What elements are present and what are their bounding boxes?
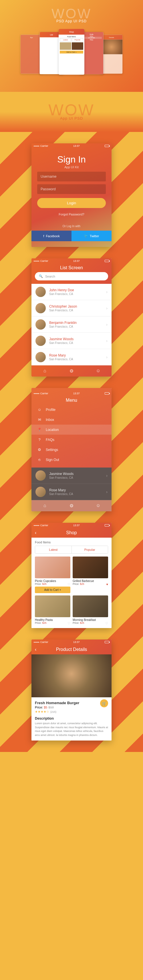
food-items-label: Food Items xyxy=(35,541,108,544)
mini-product: Details xyxy=(101,35,123,74)
pin-icon: 📍 xyxy=(37,428,42,432)
menu-title: Menu xyxy=(32,396,111,404)
product-image xyxy=(73,557,108,578)
help-icon: ? xyxy=(37,438,42,442)
avatar xyxy=(35,303,46,313)
gear-icon: ⚙ xyxy=(37,447,42,452)
avatar xyxy=(35,487,46,497)
list-item[interactable]: Rose MarySan Francisco, CA› xyxy=(32,349,111,365)
battery-icon xyxy=(105,145,109,147)
twitter-button[interactable]: 🐦Twitter xyxy=(72,231,111,241)
product-hero-image xyxy=(32,654,111,697)
cart-button[interactable]: 🛒 xyxy=(100,699,108,707)
forgot-password-link[interactable]: Forgot Password? xyxy=(32,213,111,216)
list-item[interactable]: Christopher JasonSan Francisco, CA› xyxy=(32,300,111,317)
product-card[interactable]: Grilled Barbecue Price: $25♥ xyxy=(73,557,108,593)
heart-icon[interactable]: ♡ xyxy=(105,622,108,625)
list-item[interactable]: John Henry DoeSan Francisco, CA› xyxy=(32,284,111,300)
battery-icon xyxy=(105,260,109,262)
profile-tab[interactable]: ☺ xyxy=(85,368,111,374)
product-name: Picnic Cupcakes xyxy=(35,579,70,582)
settings-tab[interactable]: ⚙ xyxy=(58,368,85,374)
chevron-right-icon: › xyxy=(106,322,108,327)
list-item-name: John Henry Doe xyxy=(49,288,106,292)
heart-icon[interactable]: ♡ xyxy=(67,582,70,586)
battery-icon xyxy=(105,641,109,643)
password-input[interactable]: Password xyxy=(37,184,106,194)
product-card[interactable]: Picnic Cupcakes Price: $25♡ Add to Cart … xyxy=(35,557,70,593)
twitter-icon: 🐦 xyxy=(84,234,88,238)
tab-bar: ⌂ ⚙ ☺ xyxy=(32,500,111,511)
product-name: Healthy Pasta xyxy=(35,618,70,622)
status-bar: Carrier 13:37 xyxy=(32,143,111,148)
home-tab[interactable]: ⌂ xyxy=(32,503,58,509)
product-price: Price: $5$10 xyxy=(35,706,108,709)
back-icon[interactable]: ‹ xyxy=(35,530,37,535)
signin-title: Sign In xyxy=(32,154,111,165)
list-item-location: San Francisco, CA xyxy=(49,358,106,361)
facebook-button[interactable]: fFacebook xyxy=(32,231,72,241)
rating-stars: ★★★★☆(215) xyxy=(35,710,108,714)
chevron-right-icon: › xyxy=(106,306,108,310)
battery-icon xyxy=(105,392,109,395)
tab-popular[interactable]: Popular xyxy=(72,546,108,554)
settings-tab[interactable]: ⚙ xyxy=(58,503,85,509)
menu-item-label: Location xyxy=(46,428,59,432)
facebook-icon: f xyxy=(43,234,44,238)
hero-banner-2: WOW App UI PSD xyxy=(0,92,143,132)
menu-item-faqs[interactable]: ?FAQs xyxy=(32,434,111,445)
menu-item-inbox[interactable]: ✉Inbox xyxy=(32,415,111,425)
list-item[interactable]: Benjamin FranklinSan Francisco, CA› xyxy=(32,317,111,333)
product-name: Fresh Homemade Burger xyxy=(35,701,108,705)
list-item-location: San Francisco, CA xyxy=(49,341,106,345)
chevron-right-icon: › xyxy=(106,490,108,494)
tab-latest[interactable]: Latest xyxy=(35,546,72,554)
menu-item-location[interactable]: 📍Location xyxy=(32,425,111,434)
product-name: Grilled Barbecue xyxy=(73,579,108,582)
product-card[interactable]: Morning Breakfast Price: $25♡ xyxy=(73,595,108,625)
product-name: Morning Breakfast xyxy=(73,618,108,622)
hero-screenshots: Sign List ShopFood ItemsLatestPopularAdd… xyxy=(0,29,143,80)
menu-item-label: Inbox xyxy=(46,418,54,422)
description-heading: Description xyxy=(35,716,108,721)
heart-icon[interactable]: ♥ xyxy=(106,582,108,586)
product-title: ‹Product Details xyxy=(32,645,111,654)
menu-item-sign-out[interactable]: ⎋Sign Out xyxy=(32,455,111,465)
menu-item-settings[interactable]: ⚙Settings xyxy=(32,445,111,455)
list-item-name: Rose Mary xyxy=(49,353,106,357)
status-bar: Carrier 13:37 xyxy=(32,640,111,645)
chevron-right-icon: › xyxy=(106,473,108,478)
profile-tab[interactable]: ☺ xyxy=(85,503,111,509)
tab-bar: ⌂ ⚙ ☺ xyxy=(32,365,111,377)
hero2-subtitle: App UI PSD xyxy=(0,116,143,121)
login-button[interactable]: Login xyxy=(37,198,106,208)
list-item-name: Christopher Jason xyxy=(49,304,106,309)
search-icon: 🔍 xyxy=(39,274,43,278)
product-card[interactable]: Healthy Pasta Price: $25♡ xyxy=(35,595,70,625)
status-bar: Carrier 13:37 xyxy=(32,258,111,264)
shop-tabs: Latest Popular xyxy=(35,546,108,554)
status-time: 13:37 xyxy=(73,145,80,147)
heart-icon[interactable]: ♡ xyxy=(67,622,70,625)
back-icon[interactable]: ‹ xyxy=(35,647,37,652)
avatar xyxy=(35,319,46,329)
username-input[interactable]: Username xyxy=(37,172,106,181)
exit-icon: ⎋ xyxy=(37,458,42,462)
add-to-cart-button[interactable]: Add to Cart + xyxy=(35,587,70,593)
home-tab[interactable]: ⌂ xyxy=(32,368,58,374)
or-login-label: Or Log In with xyxy=(32,224,111,228)
menu-screen: Carrier 13:37 Menu ☺Profile✉Inbox📍Locati… xyxy=(32,388,111,511)
menu-item-profile[interactable]: ☺Profile xyxy=(32,404,111,415)
list-item[interactable]: Jasmine WoodsSan Francisco, CA› xyxy=(32,333,111,349)
avatar xyxy=(35,287,46,297)
list-item-location: San Francisco, CA xyxy=(49,325,106,328)
menu-item-label: Sign Out xyxy=(46,458,59,462)
person-icon: ☺ xyxy=(37,407,42,412)
avatar xyxy=(35,470,46,481)
list-item: Jasmine WoodsSan Francisco, CA› xyxy=(32,468,111,484)
description-text: Lorem ipsum dolor sit amet, consectetur … xyxy=(35,722,108,737)
search-input[interactable]: 🔍Search xyxy=(35,272,108,280)
list-title: List Screen xyxy=(32,264,111,272)
signin-subtitle: App UI Kit xyxy=(32,165,111,169)
chevron-right-icon: › xyxy=(106,339,108,343)
